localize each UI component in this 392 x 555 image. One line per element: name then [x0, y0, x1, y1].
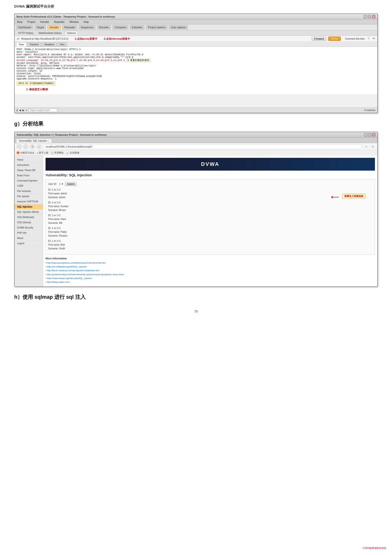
- browser-restore-btn[interactable]: □: [368, 133, 371, 136]
- burp-statusbar: ℹ ◀ ▶ × 0 matches: [15, 108, 377, 113]
- nav-icons: ☆ ≡: [363, 144, 375, 149]
- request-line-7: Referer: http://localhost/DVWA-1.9/vulne…: [17, 65, 375, 67]
- nav-file-upload[interactable]: File Upload: [15, 194, 43, 199]
- action-button[interactable]: Action: [328, 37, 341, 41]
- nav-xss-stored[interactable]: XSS (Stored): [15, 220, 43, 225]
- browser-tab-sqli[interactable]: Vulnerability: SQL Injection ×: [16, 139, 52, 143]
- req-tab-hex[interactable]: Hex: [57, 42, 67, 46]
- result-5-line3: Surname: Smith: [48, 247, 372, 251]
- tab-dashboard[interactable]: Dashboard: [16, 25, 33, 29]
- tab-decoder[interactable]: Decoder: [97, 25, 111, 29]
- nav-instructions[interactable]: Instructions: [15, 162, 43, 168]
- nav-csrf[interactable]: CSRF: [15, 183, 43, 189]
- req-tab-params[interactable]: Params: [27, 42, 41, 46]
- step1-annotation: 1.点击proxy选项卡: [75, 37, 97, 41]
- result-entry-5: ID: 1 or 1=1 First name: Bob Surname: Sm…: [48, 239, 372, 251]
- req-tab-headers[interactable]: Headers: [42, 42, 57, 46]
- nav-sql-injection-blind[interactable]: SQL Injection (Blind): [15, 210, 43, 215]
- subtab-websockets-history[interactable]: WebSockets history: [36, 31, 64, 35]
- bookmark-firefox[interactable]: 🦊 火狐官方站点: [17, 151, 34, 154]
- nav-logout[interactable]: Logout: [15, 241, 43, 246]
- dvwa-content: Home Instructions Setup / Reset DB Brute…: [15, 155, 377, 286]
- nav-sql-injection[interactable]: SQL Injection: [15, 204, 43, 210]
- result-arrow-svg: [330, 195, 340, 200]
- nav-insecure-captcha[interactable]: Insecure CAPTCHA: [15, 199, 43, 204]
- statusbar-search-input[interactable]: [29, 109, 57, 112]
- bookmark-newbie-icon: ●: [37, 152, 38, 154]
- req-tab-raw[interactable]: Raw: [16, 42, 27, 46]
- nav-setup[interactable]: Setup / Reset DB: [15, 168, 43, 173]
- nav-menu-icon[interactable]: ≡: [370, 144, 375, 149]
- request-line-6: Accept-Encoding: gzip, deflate: [17, 62, 375, 65]
- nav-brute-force[interactable]: Brute Force: [15, 173, 43, 178]
- nav-about[interactable]: About: [15, 236, 43, 241]
- tab-intruder[interactable]: Intruder: [47, 25, 61, 29]
- nav-refresh-btn[interactable]: ↻: [30, 144, 35, 149]
- burp-menu-repeater[interactable]: Repeater: [53, 20, 65, 24]
- result-2-line3: Surname: Brown: [48, 208, 372, 212]
- bookmark-newbie[interactable]: ● 新手上路: [37, 151, 48, 154]
- id-dropdown-arrow: 1 ▼: [59, 183, 64, 185]
- page-header: DVWA 漏洞测试平台分析: [0, 0, 392, 11]
- burp-menu-window[interactable]: Window: [69, 20, 80, 24]
- tab-extender[interactable]: Extender: [130, 25, 144, 29]
- browser-close-btn[interactable]: ✕: [372, 133, 375, 136]
- subtab-http-history[interactable]: HTTP history: [16, 31, 36, 35]
- nav-php-info[interactable]: PHP Info: [15, 230, 43, 236]
- statusbar-nav-next[interactable]: ▶: [22, 109, 24, 111]
- tab-sequencer[interactable]: Sequencer: [79, 25, 96, 29]
- burp-restore-btn[interactable]: □: [368, 15, 371, 18]
- flag-icon: ⚑: [372, 37, 375, 41]
- more-info-link-4[interactable]: • http://pentestmonkey.net/cheat-sheet/s…: [46, 273, 375, 277]
- browser-bookmarks-bar: 🦊 火狐官方站点 ● 新手上路 📋 常用网址 🛒 京东商城: [15, 150, 377, 155]
- more-info-link-3[interactable]: • http://ferruh.mavituna.com/sql-injecti…: [46, 269, 375, 272]
- nav-home[interactable]: Home: [15, 157, 43, 162]
- bookmark-common-label: 常用网址: [54, 151, 64, 154]
- bookmark-common[interactable]: 📋 常用网址: [51, 151, 64, 154]
- burp-menu-help[interactable]: Help: [83, 20, 90, 24]
- nav-back-btn[interactable]: ←: [17, 144, 22, 149]
- request-line-5: Accept-Language: zh-CN,zh;q=0.8,zh-TW;q=…: [17, 58, 375, 62]
- tab-target[interactable]: Target: [35, 25, 46, 29]
- dvwa-input-row: User ID: 1 ▼ Submit: [48, 182, 372, 186]
- tab-comparer[interactable]: Comparer: [112, 25, 128, 29]
- nav-bookmark-icon[interactable]: ☆: [363, 144, 369, 149]
- nav-xss-reflected[interactable]: XSS (Reflected): [15, 215, 43, 220]
- more-info-link-2[interactable]: • https://en.wikipedia.org/wiki/SQL_Inje…: [46, 265, 375, 269]
- more-info-link-5[interactable]: • https://www.owasp.org/index.php/SQL_In…: [46, 277, 375, 280]
- request-line-11: Cookie: security=medium; PHPSESSID=n1gh3…: [17, 75, 375, 78]
- result-2-line2: First name: Gordon: [48, 204, 372, 208]
- burp-menu-project[interactable]: Project: [26, 20, 36, 24]
- nav-command-injection[interactable]: Command Injection: [15, 178, 43, 183]
- nav-file-inclusion[interactable]: File Inclusion: [15, 189, 43, 194]
- bookmark-jd[interactable]: 🛒 京东商城: [66, 151, 79, 154]
- nav-url-bar[interactable]: [43, 144, 362, 149]
- more-info-link-6[interactable]: • http://bobby-tables.com/: [46, 280, 375, 284]
- burp-close-btn[interactable]: ✕: [372, 15, 375, 18]
- statusbar-nav-prev[interactable]: ◀: [19, 109, 21, 111]
- result-5-line2: First name: Bob: [48, 243, 372, 247]
- result-annotation: 查看注入回显信息: [342, 194, 365, 199]
- browser-minimize-btn[interactable]: _: [364, 133, 367, 136]
- tab-user-options[interactable]: User options: [169, 25, 188, 29]
- result-1-line2: First name: admin: [48, 192, 372, 196]
- nav-forward-btn[interactable]: →: [23, 144, 29, 149]
- tab-project-options[interactable]: Project options: [146, 25, 167, 29]
- more-info-link-1[interactable]: • http://www.securityfocus.com/bid/revie…: [46, 261, 375, 265]
- nav-home-btn[interactable]: ⌂: [36, 144, 42, 149]
- tab-repeater[interactable]: Repeater: [62, 25, 77, 29]
- burp-menu-intruder[interactable]: Intruder: [39, 20, 50, 24]
- dvwa-submit-btn[interactable]: Submit: [65, 182, 77, 186]
- burp-minimize-btn[interactable]: _: [363, 15, 367, 18]
- nav-dvwa-security[interactable]: DVWA Security: [15, 225, 43, 230]
- browser-tab-close[interactable]: ×: [48, 140, 49, 142]
- result-entry-3: ID: 1 or 1=1 First name: Hack Surname: M…: [48, 213, 372, 225]
- browser-tabs-bar: Vulnerability: SQL Injection ×: [15, 138, 377, 143]
- subtab-options[interactable]: Options: [65, 31, 78, 35]
- forward-button[interactable]: Forward: [312, 37, 326, 41]
- burp-menu-burp[interactable]: Burp: [16, 20, 23, 24]
- statusbar-nav-last[interactable]: ×: [26, 109, 27, 111]
- browser-titlebar: Vulnerability: SQL Injection × | Tempora…: [15, 132, 377, 138]
- match-count: 0 matches: [364, 109, 375, 111]
- request-line-12: Upgrade-Insecure-Requests: 1: [17, 78, 375, 80]
